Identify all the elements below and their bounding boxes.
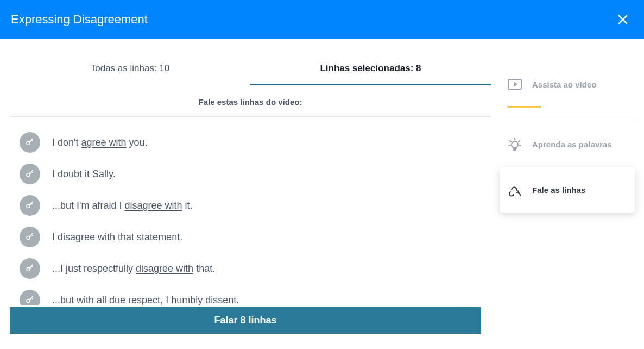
- key-icon: [25, 169, 35, 179]
- main-panel: Todas as linhas: 10 Linhas selecionadas:…: [0, 39, 491, 349]
- modal-title: Expressing Disagreement: [11, 13, 148, 27]
- line-row: ...but I'm afraid I disagree with it.: [10, 190, 489, 221]
- line-key-button[interactable]: [20, 290, 40, 305]
- play-icon: [507, 77, 522, 92]
- sidebar-item-label: Aprenda as palavras: [532, 140, 612, 149]
- tabs: Todas as linhas: 10 Linhas selecionadas:…: [10, 55, 491, 85]
- lines-subtitle: Fale estas linhas do vídeo:: [10, 85, 491, 116]
- sidebar-item-learn[interactable]: Aprenda as palavras: [500, 121, 635, 167]
- modal-body: Todas as linhas: 10 Linhas selecionadas:…: [0, 39, 644, 349]
- line-key-button[interactable]: [20, 164, 40, 184]
- sidebar: Assista ao vídeo Aprenda as palavras: [491, 39, 644, 349]
- modal-header: Expressing Disagreement: [0, 0, 644, 39]
- tab-selected-lines[interactable]: Linhas selecionadas: 8: [250, 55, 491, 85]
- key-icon: [25, 264, 35, 273]
- line-row: ...I just respectfully disagree with tha…: [10, 253, 489, 284]
- key-icon: [25, 138, 35, 147]
- line-key-button[interactable]: [20, 227, 40, 247]
- sidebar-item-label: Assista ao vídeo: [532, 80, 596, 89]
- line-key-button[interactable]: [20, 258, 40, 279]
- speak-icon: [507, 182, 522, 197]
- lines-list[interactable]: I don't agree with you.I doubt it Sally.…: [10, 116, 491, 305]
- line-text: ...but with all due respect, I humbly di…: [52, 295, 239, 306]
- key-icon: [25, 201, 35, 210]
- line-row: I don't agree with you.: [10, 127, 489, 158]
- line-text: I disagree with that statement.: [52, 232, 182, 243]
- line-key-button[interactable]: [20, 132, 40, 153]
- line-text: ...but I'm afraid I disagree with it.: [52, 200, 193, 211]
- speak-lines-button[interactable]: Falar 8 linhas: [10, 307, 481, 334]
- line-row: I disagree with that statement.: [10, 221, 489, 253]
- line-row: I doubt it Sally.: [10, 158, 489, 190]
- tab-all-lines[interactable]: Todas as linhas: 10: [10, 55, 250, 85]
- line-key-button[interactable]: [20, 195, 40, 216]
- close-button[interactable]: [613, 9, 633, 30]
- svg-point-6: [512, 141, 518, 148]
- sidebar-item-watch[interactable]: Assista ao vídeo: [500, 61, 635, 107]
- close-icon: [618, 15, 628, 24]
- accent-underline: [507, 106, 541, 108]
- line-text: I don't agree with you.: [52, 137, 148, 148]
- line-text: ...I just respectfully disagree with tha…: [52, 263, 215, 275]
- key-icon: [25, 295, 35, 305]
- key-icon: [25, 232, 35, 242]
- sidebar-item-speak[interactable]: Fale as linhas: [500, 167, 635, 213]
- lightbulb-icon: [507, 136, 522, 152]
- line-row: ...but with all due respect, I humbly di…: [10, 284, 489, 305]
- line-text: I doubt it Sally.: [52, 169, 116, 180]
- sidebar-item-label: Fale as linhas: [532, 185, 585, 195]
